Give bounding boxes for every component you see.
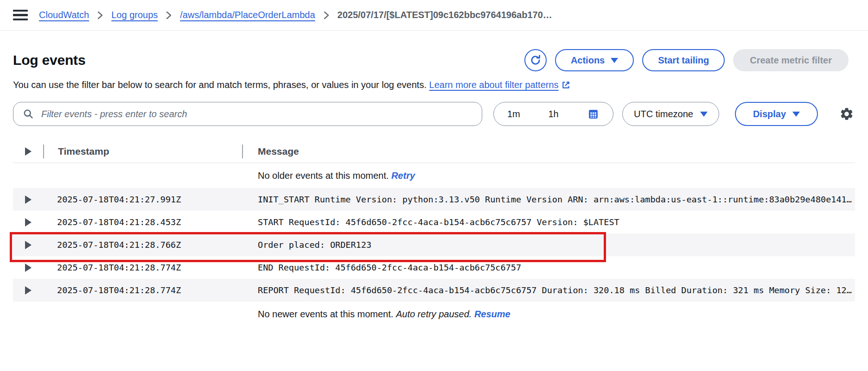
newer-events-text: No newer events at this moment. [258,309,396,320]
learn-more-link[interactable]: Learn more about filter patterns [429,80,559,90]
chevron-right-icon [324,11,329,20]
timezone-dropdown[interactable]: UTC timezone [622,102,719,126]
expand-all-icon[interactable] [25,147,32,156]
create-metric-filter-button[interactable]: Create metric filter [733,49,849,71]
caret-down-icon [611,58,618,63]
log-rows: 2025-07-18T04:21:27.991Z INIT_START Runt… [0,188,868,302]
chevron-right-icon [166,11,172,20]
column-header-message: Message [243,146,855,157]
log-message: REPORT RequestId: 45f6d650-2fcc-4aca-b15… [242,285,855,295]
expand-row-icon[interactable] [25,286,32,295]
settings-gear-button[interactable] [839,107,854,121]
page-header: Log events Actions Start tailing Create … [0,31,868,71]
log-events-panel: Log events Actions Start tailing Create … [0,31,868,327]
retry-link[interactable]: Retry [391,170,415,181]
column-header-timestamp: Timestamp [44,146,242,157]
calendar-icon [587,108,599,120]
log-message: END RequestId: 45f6d650-2fcc-4aca-b154-a… [242,263,855,272]
refresh-button[interactable] [524,49,547,71]
expand-row-icon[interactable] [25,195,32,204]
expand-row-icon[interactable] [25,241,32,249]
custom-range-calendar-button[interactable] [573,108,613,120]
breadcrumb-log-groups[interactable]: Log groups [111,10,158,20]
older-events-text: No older events at this moment. [258,170,391,181]
log-timestamp: 2025-07-18T04:21:28.766Z [43,240,242,250]
search-icon [23,108,34,119]
breadcrumb: CloudWatch Log groups /aws/lambda/PlaceO… [39,10,552,20]
filter-description: You can use the filter bar below to sear… [0,80,868,92]
auto-retry-paused-text: Auto retry paused. [396,309,474,320]
time-range-1h-button[interactable]: 1h [534,109,574,119]
filter-events-search-box [13,102,482,126]
log-message: INIT_START Runtime Version: python:3.13.… [242,195,855,204]
actions-button[interactable]: Actions [555,49,634,71]
older-events-notice: No older events at this moment. Retry [13,163,855,188]
start-tailing-button[interactable]: Start tailing [642,49,725,71]
top-nav: CloudWatch Log groups /aws/lambda/PlaceO… [0,0,868,31]
newer-events-notice: No newer events at this moment. Auto ret… [13,302,855,327]
filter-description-text: You can use the filter bar below to sear… [13,80,427,90]
resume-link[interactable]: Resume [474,309,511,320]
breadcrumb-log-stream-current: 2025/07/17/[$LATEST]09c162bbc9764196ab17… [338,10,552,20]
log-timestamp: 2025-07-18T04:21:27.991Z [43,195,242,204]
gear-icon [839,107,854,121]
log-event-row: 2025-07-18T04:21:28.453Z START RequestId… [13,211,855,233]
expand-row-icon[interactable] [25,264,32,272]
caret-down-icon [792,112,800,117]
log-message: START RequestId: 45f6d650-2fcc-4aca-b154… [242,217,855,227]
log-timestamp: 2025-07-18T04:21:28.453Z [43,217,242,227]
table-header: Timestamp Message [13,140,855,163]
display-dropdown[interactable]: Display [735,102,818,126]
log-event-row: 2025-07-18T04:21:28.774Z REPORT RequestI… [13,279,855,302]
external-link-icon [562,81,570,92]
header-actions: Actions Start tailing Create metric filt… [524,49,849,71]
log-event-row: 2025-07-18T04:21:27.991Z INIT_START Runt… [13,188,855,211]
refresh-icon [530,54,542,66]
expand-row-icon[interactable] [25,218,32,226]
log-events-table: Timestamp Message No older events at thi… [0,140,868,327]
breadcrumb-cloudwatch[interactable]: CloudWatch [39,10,89,20]
time-range-1m-button[interactable]: 1m [494,109,534,119]
time-range-group: 1m 1h [493,102,613,126]
log-event-row: 2025-07-18T04:21:28.774Z END RequestId: … [13,256,855,279]
chevron-right-icon [97,11,103,20]
log-message: Order placed: ORDER123 [242,240,855,250]
log-timestamp: 2025-07-18T04:21:28.774Z [43,263,242,272]
log-event-row: 2025-07-18T04:21:28.766Z Order placed: O… [13,233,855,256]
filter-events-input[interactable] [40,108,472,120]
breadcrumb-log-group-name[interactable]: /aws/lambda/PlaceOrderLambda [180,10,315,20]
caret-down-icon [700,112,708,117]
log-timestamp: 2025-07-18T04:21:28.774Z [43,285,242,295]
hamburger-menu-icon[interactable] [13,10,28,21]
filter-bar: 1m 1h [0,102,868,126]
page-title: Log events [13,52,85,68]
